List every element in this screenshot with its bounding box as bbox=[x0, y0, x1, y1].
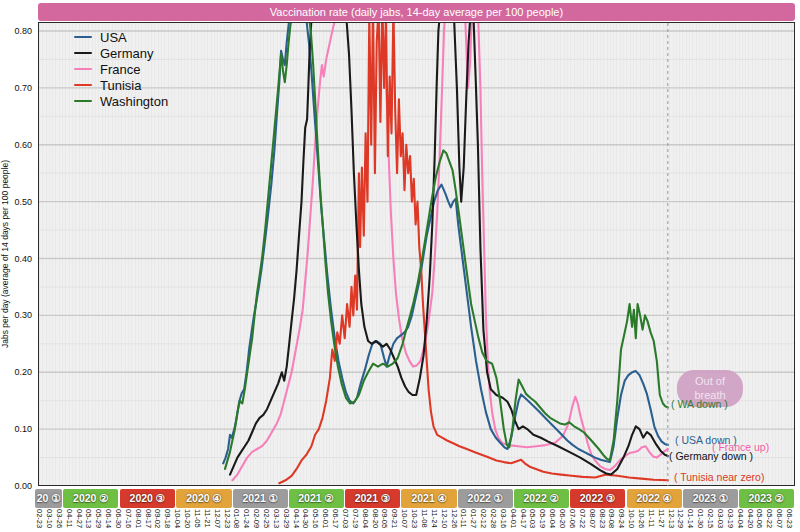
x-tick-label: 03-19 bbox=[726, 509, 735, 528]
annotation-germany-down: ( Germany down ) bbox=[669, 450, 753, 462]
x-tick-label: 02-25 bbox=[262, 509, 271, 528]
x-tick-label: 10-04 bbox=[173, 509, 182, 528]
x-tick-label: 10-20 bbox=[183, 509, 192, 528]
x-tick-label: 02-28 bbox=[489, 509, 498, 528]
x-tick-label: 06-07 bbox=[775, 509, 784, 528]
legend-swatch bbox=[74, 68, 92, 71]
legend-swatch bbox=[74, 36, 92, 39]
legend-label: France bbox=[100, 62, 140, 77]
x-tick-label: 03-26 bbox=[55, 509, 64, 528]
x-tick-label: 10-26 bbox=[637, 509, 646, 528]
x-tick-label: 10-07 bbox=[400, 509, 409, 528]
legend-label: USA bbox=[100, 30, 127, 45]
x-tick-label: 12-23 bbox=[223, 509, 232, 528]
x-tick-label: 07-19 bbox=[351, 509, 360, 528]
x-tick-label: 08-07 bbox=[588, 509, 597, 528]
quarter-block: 2020 ③ bbox=[120, 489, 176, 508]
x-tick-label: 07-03 bbox=[341, 509, 350, 528]
y-tick-label: 0.40 bbox=[2, 254, 32, 264]
quarter-block: 2021 ① bbox=[233, 489, 288, 508]
x-tick-label: 11-08 bbox=[420, 509, 429, 528]
legend-swatch bbox=[74, 100, 92, 103]
x-tick-label: 09-21 bbox=[390, 509, 399, 528]
x-tick-label: 01-11 bbox=[459, 509, 468, 528]
x-tick-label: 10-23 bbox=[410, 509, 419, 528]
x-tick-label: 04-17 bbox=[519, 509, 528, 528]
x-tick-label: 09-08 bbox=[607, 509, 616, 528]
x-tick-label: 02-12 bbox=[479, 509, 488, 528]
quarter-block: 2021 ④ bbox=[401, 489, 457, 508]
x-tick-label: 04-27 bbox=[75, 509, 84, 528]
quarter-block: 2022 ③ bbox=[570, 489, 626, 508]
legend-label: Germany bbox=[100, 46, 153, 61]
y-tick-label: 0.50 bbox=[2, 197, 32, 207]
x-tick-label: 05-29 bbox=[94, 509, 103, 528]
quarter-block: 2022 ① bbox=[458, 489, 513, 508]
x-tick-label: 11-11 bbox=[647, 509, 656, 527]
chart-title: Vaccination rate (daily jabs, 14-day ave… bbox=[38, 3, 795, 21]
y-tick-label: 0.60 bbox=[2, 140, 32, 150]
legend-label: Washington bbox=[100, 94, 168, 109]
x-tick-label: 12-07 bbox=[213, 509, 222, 528]
x-tick-label: 07-06 bbox=[568, 509, 577, 528]
legend-item-usa: USA bbox=[74, 29, 168, 45]
x-tick-label: 01-08 bbox=[232, 509, 241, 528]
y-tick-label: 0.80 bbox=[2, 26, 32, 36]
x-tick-label: 08-01 bbox=[134, 509, 143, 528]
x-tick-label: 11-24 bbox=[430, 509, 439, 528]
x-tick-label: 04-14 bbox=[292, 509, 301, 528]
quarter-block: 2022 ② bbox=[514, 489, 569, 508]
x-tick-label: 09-02 bbox=[153, 509, 162, 528]
y-tick-label: 0.20 bbox=[2, 367, 32, 377]
legend-label: Tunisia bbox=[100, 78, 141, 93]
x-tick-label: 03-16 bbox=[499, 509, 508, 528]
quarter-block: 20 ① bbox=[35, 489, 62, 508]
x-tick-label: 06-01 bbox=[321, 509, 330, 528]
annotation-wa-down: ( WA down ) bbox=[671, 398, 728, 410]
x-tick-label: 05-19 bbox=[538, 509, 547, 528]
x-tick-label: 06-04 bbox=[548, 509, 557, 528]
x-tick-label: 04-20 bbox=[746, 509, 755, 528]
legend-swatch bbox=[74, 84, 92, 87]
y-tick-label: 0.70 bbox=[2, 83, 32, 93]
x-tick-label: 01-14 bbox=[686, 509, 695, 528]
legend-item-france: France bbox=[74, 61, 168, 77]
x-tick-label: 08-04 bbox=[361, 509, 370, 528]
x-tick-label: 04-04 bbox=[736, 509, 745, 528]
quarter-block: 2020 ② bbox=[63, 489, 118, 508]
x-tick-label: 11-27 bbox=[657, 509, 666, 528]
annotation-tunisia-near-zero: ( Tunisia near zero) bbox=[674, 471, 764, 483]
x-tick-label: 03-13 bbox=[272, 509, 281, 528]
legend-item-tunisia: Tunisia bbox=[74, 77, 168, 93]
x-tick-label: 02-23 bbox=[35, 509, 44, 528]
x-tick-label: 06-20 bbox=[558, 509, 567, 528]
x-tick-label: 09-24 bbox=[617, 509, 626, 528]
x-tick-label: 03-10 bbox=[45, 509, 54, 528]
quarter-block: 2020 ④ bbox=[176, 489, 232, 508]
y-tick-label: 0.10 bbox=[2, 424, 32, 434]
x-tick-label: 01-30 bbox=[696, 509, 705, 528]
quarter-block: 2021 ② bbox=[289, 489, 344, 508]
x-tick-label: 06-17 bbox=[331, 509, 340, 528]
x-tick-label: 06-30 bbox=[114, 509, 123, 528]
quarter-block: 2022 ④ bbox=[627, 489, 683, 508]
x-tick-label: 04-01 bbox=[509, 509, 518, 528]
x-tick-label: 12-10 bbox=[440, 509, 449, 528]
legend-item-germany: Germany bbox=[74, 45, 168, 61]
x-tick-label: 01-24 bbox=[242, 509, 251, 528]
x-tick-label: 09-18 bbox=[163, 509, 172, 528]
x-tick-label: 01-27 bbox=[469, 509, 478, 528]
x-tick-label: 05-16 bbox=[311, 509, 320, 528]
legend-item-washington: Washington bbox=[74, 93, 168, 109]
x-tick-label: 07-22 bbox=[578, 509, 587, 528]
x-tick-label: 09-05 bbox=[380, 509, 389, 528]
x-tick-label: 08-23 bbox=[598, 509, 607, 528]
x-tick-label: 12-13 bbox=[667, 509, 676, 528]
x-tick-label: 06-14 bbox=[104, 509, 113, 528]
legend: USAGermanyFranceTunisiaWashington bbox=[74, 29, 168, 109]
x-tick-label: 07-16 bbox=[124, 509, 133, 528]
x-tick-label: 12-29 bbox=[676, 509, 685, 528]
x-tick-label: 11-21 bbox=[203, 509, 212, 528]
x-tick-label: 05-03 bbox=[528, 509, 537, 528]
x-tick-label: 10-10 bbox=[627, 509, 636, 528]
